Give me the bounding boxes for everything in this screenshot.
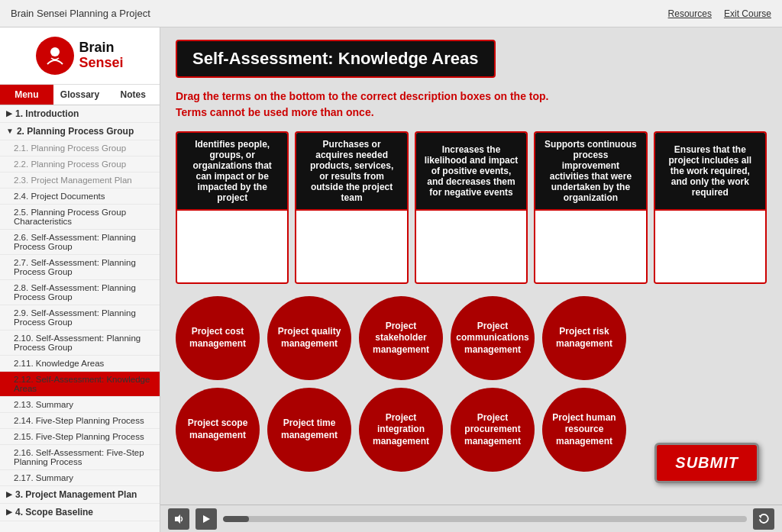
page-title: Self-Assessment: Knowledge Areas (192, 49, 479, 69)
tab-glossary[interactable]: Glossary (53, 85, 107, 105)
term-hr-management[interactable]: Project human resource management (542, 388, 626, 472)
sidebar-item-2-10[interactable]: 2.10. Self-Assessment: Planning Process … (0, 330, 160, 356)
desc-box-2-drop[interactable] (296, 209, 406, 282)
desc-box-5-text: Ensures that the project includes all th… (655, 133, 765, 209)
desc-box-3[interactable]: Increases the likelihood and impact of p… (415, 131, 528, 284)
desc-box-5[interactable]: Ensures that the project includes all th… (654, 131, 767, 284)
top-bar: Brain Sensei Planning a Project Resource… (0, 0, 782, 27)
arrow-pmp: ▶ (6, 490, 12, 498)
sidebar-item-2-11[interactable]: 2.11. Knowledge Areas (0, 356, 160, 372)
term-risk-management[interactable]: Project risk management (542, 296, 626, 380)
reload-button[interactable] (753, 508, 774, 530)
term-integration-management[interactable]: Project integration management (359, 388, 443, 472)
term-communications-management[interactable]: Project communications management (451, 296, 535, 380)
arrow-ppg: ▼ (6, 127, 14, 135)
volume-button[interactable] (168, 508, 189, 530)
content-scroll: Self-Assessment: Knowledge Areas Drag th… (160, 27, 782, 505)
sidebar-item-2-14[interactable]: 2.14. Five-Step Planning Process (0, 413, 160, 429)
desc-box-1-drop[interactable] (177, 209, 287, 282)
course-title: Brain Sensei Planning a Project (11, 8, 150, 19)
sidebar-item-pmp[interactable]: ▶ 3. Project Management Plan (0, 486, 160, 504)
desc-box-3-text: Increases the likelihood and impact of p… (416, 133, 526, 209)
sidebar-item-2-6[interactable]: 2.6. Self-Assessment: Planning Process G… (0, 230, 160, 255)
logo-text: Brain Sensei (79, 40, 123, 71)
sidebar-item-2-15[interactable]: 2.15. Five-Step Planning Process (0, 429, 160, 445)
reload-icon (758, 514, 769, 524)
sidebar-item-2-9[interactable]: 2.9. Self-Assessment: Planning Process G… (0, 305, 160, 330)
tab-menu[interactable]: Menu (0, 85, 53, 105)
play-button[interactable] (196, 508, 217, 530)
term-procurement-management[interactable]: Project procurement management (451, 388, 535, 472)
page-title-banner: Self-Assessment: Knowledge Areas (176, 40, 496, 78)
progress-bar-fill (223, 516, 249, 522)
terms-row-1: Project cost management Project quality … (176, 296, 767, 380)
desc-box-3-drop[interactable] (416, 209, 526, 282)
desc-box-4[interactable]: Supports continuous process improvement … (534, 131, 647, 284)
sidebar-tabs: Menu Glossary Notes (0, 85, 160, 105)
description-boxes: Identifies people, groups, or organizati… (176, 131, 767, 284)
terms-submit-container: Project cost management Project quality … (176, 296, 767, 483)
arrow-sb: ▶ (6, 508, 12, 516)
progress-bar-container[interactable] (223, 516, 747, 522)
svg-marker-1 (175, 514, 180, 524)
sidebar-item-2-13[interactable]: 2.13. Summary (0, 397, 160, 413)
sidebar-item-2-5[interactable]: 2.5. Planning Process Group Characterist… (0, 205, 160, 230)
desc-box-5-drop[interactable] (655, 209, 765, 282)
resources-link[interactable]: Resources (668, 8, 712, 19)
submit-button[interactable]: SUBMIT (654, 443, 759, 483)
sidebar: Brain Sensei Menu Glossary Notes ▶ 1. In… (0, 27, 160, 532)
sidebar-item-2-3[interactable]: 2.3. Project Management Plan (0, 172, 160, 189)
desc-box-2[interactable]: Purchases or acquires needed products, s… (295, 131, 408, 284)
svg-point-0 (50, 47, 60, 56)
desc-box-1[interactable]: Identifies people, groups, or organizati… (176, 131, 289, 284)
desc-box-1-text: Identifies people, groups, or organizati… (177, 133, 287, 209)
term-quality-management[interactable]: Project quality management (267, 296, 351, 380)
instructions: Drag the terms on the bottom to the corr… (176, 89, 767, 121)
sidebar-item-2-2[interactable]: 2.2. Planning Process Group (0, 156, 160, 172)
main-layout: Brain Sensei Menu Glossary Notes ▶ 1. In… (0, 27, 782, 532)
bottom-bar (160, 505, 782, 532)
sidebar-item-2-8[interactable]: 2.8. Self-Assessment: Planning Process G… (0, 280, 160, 305)
exit-course-link[interactable]: Exit Course (724, 8, 771, 19)
sidebar-item-2-16[interactable]: 2.16. Self-Assessment: Five-Step Plannin… (0, 445, 160, 470)
top-bar-links: Resources Exit Course (668, 8, 771, 19)
desc-box-2-text: Purchases or acquires needed products, s… (296, 133, 406, 209)
sidebar-item-2-1[interactable]: 2.1. Planning Process Group (0, 140, 160, 156)
term-cost-management[interactable]: Project cost management (176, 296, 260, 380)
volume-icon (173, 514, 184, 524)
sidebar-nav: ▶ 1. Introduction ▼ 2. Planning Process … (0, 105, 160, 532)
sidebar-item-2-7[interactable]: 2.7. Self-Assessment: Planning Process G… (0, 255, 160, 280)
sidebar-item-2-12[interactable]: 2.12. Self-Assessment: Knowledge Areas (0, 372, 160, 397)
sidebar-item-2-4[interactable]: 2.4. Project Documents (0, 189, 160, 205)
svg-marker-2 (203, 515, 210, 523)
sidebar-logo: Brain Sensei (0, 27, 160, 85)
play-icon (202, 514, 211, 524)
logo-icon (36, 37, 74, 75)
term-scope-management[interactable]: Project scope management (176, 388, 260, 472)
desc-box-4-drop[interactable] (535, 209, 645, 282)
sidebar-item-2-17[interactable]: 2.17. Summary (0, 470, 160, 486)
tab-notes[interactable]: Notes (106, 85, 160, 105)
arrow-intro: ▶ (6, 109, 12, 118)
sidebar-item-sb[interactable]: ▶ 4. Scope Baseline (0, 504, 160, 521)
term-time-management[interactable]: Project time management (267, 388, 351, 472)
term-stakeholder-management[interactable]: Project stakeholder management (359, 296, 443, 380)
sidebar-item-ppg[interactable]: ▼ 2. Planning Process Group (0, 123, 160, 140)
sidebar-item-intro[interactable]: ▶ 1. Introduction (0, 105, 160, 123)
content-area: Self-Assessment: Knowledge Areas Drag th… (160, 27, 782, 532)
desc-box-4-text: Supports continuous process improvement … (535, 133, 645, 209)
